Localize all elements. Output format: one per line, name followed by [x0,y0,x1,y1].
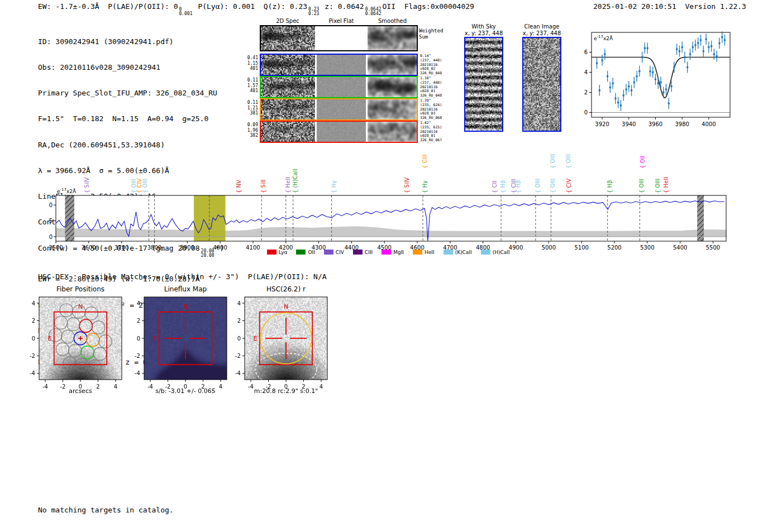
north-label: N [78,303,83,310]
data-point [601,59,603,61]
data-point [660,82,661,83]
line-label-oiii: { OIII [638,179,645,193]
hsc-r-overlay: NE-4-4-2-2002244 [226,293,346,399]
spectrum-legend: LyαOIICIVCIIIMgIIHeII(K)CaII(H)CaII [267,250,510,255]
data-point [679,50,680,52]
legend-swatch [413,250,422,255]
fiber-circle-gray [54,316,67,329]
tick-label: -2 [135,353,140,359]
data-point [649,70,651,72]
data-point [668,103,670,104]
with-sky-frame [464,37,503,132]
tick-label: 4100 [246,245,260,251]
legend-label: CIII [365,250,373,255]
legend-label: OII [308,250,314,255]
data-point [647,47,649,49]
detected-line-band [194,195,225,241]
tick-label: 5 [49,218,53,224]
tick-label: 3980 [675,121,689,127]
spec2d-row [260,54,418,76]
line-label-oiii: { OIII [142,179,148,193]
data-point [705,39,707,40]
fiber-positions-xlabel: arcsecs [34,387,127,395]
data-point [718,42,720,44]
tick-label: 0 [237,336,241,342]
tick-label: 5200 [607,245,621,251]
hsc-dex-line: HSC-DEX : Possible Matches = 0 (within +… [38,272,327,281]
fiber-circle-gray [93,347,106,360]
data-point [662,92,664,93]
tick-label: 0 [584,109,588,116]
data-point [623,94,624,96]
line-label-nv: { NV [236,180,242,193]
weighted-sum-label: Weighted Sum [419,28,458,40]
smoothed-image [368,55,417,75]
spec2d-image [261,77,315,97]
line-label-oiii: { OIII [535,179,541,193]
data-point [700,39,702,41]
stat-qz: Q(z): 0.23 [264,2,307,11]
tick-label: 5100 [574,245,588,251]
spec2d-image [261,55,315,75]
legend-swatch [353,250,363,255]
fiber-circle-red [79,319,92,332]
legend-swatch [296,250,306,255]
fiber-positions-title: Fiber Positions [39,285,122,293]
fiber-circle-gray [88,360,101,373]
line-fit-svg: 392039403960398040000246e-17x2Å [583,28,735,130]
legend-label: CIV [336,250,344,255]
spec2d-row [260,121,418,143]
line-label-hβ: { Hβ [515,180,521,193]
data-point [641,56,643,58]
pixelflat-image [317,55,366,75]
report-header: EW: -1.7±-0.3Å P(LAE)/P(OII): 000.001 P(… [38,2,474,16]
data-point [670,85,672,87]
data-point [614,98,616,99]
spec2d-row-annotation: 1.42"(235, 615)20210116v028_01326_RU_067 [420,121,460,143]
data-point [620,104,622,106]
tick-label: 3940 [622,121,636,127]
legend-label: (K)CaII [455,250,472,255]
tick-label: 4 [137,300,140,306]
data-point [713,54,715,55]
info-primary-spec: Primary Spec_Slot_IFU_AMP: 326_082_034_R… [38,89,224,97]
tick-label: 0 [137,336,140,342]
legend-label: MgII [393,250,404,255]
data-point [724,39,726,41]
legend-item: CIII [353,250,373,255]
smoothed-image [368,122,417,142]
data-point [604,54,605,55]
with-sky-title: With Sky x, y: 237, 448 [457,23,511,37]
data-point [628,85,630,87]
lineflux-map-xlabel: s/b: -3.01 +/- 0.065 [139,387,232,395]
legend-item: MgII [382,250,404,255]
tick-label: 2 [237,318,241,324]
spec2d-image [261,122,315,142]
line-label-oiii: { OIII [565,154,571,169]
legend-label: HeII [425,250,435,255]
tick-label: 3700 [115,245,128,251]
tick-label: 4000 [213,245,227,251]
tick-label: 5000 [542,245,556,251]
line-label-oii: { OII [640,156,646,169]
tick-label: 2 [137,318,140,324]
tick-label: 3920 [595,121,609,127]
spec2d-header-pixelflat: Pixel Flat [316,18,367,24]
spec2d-header-smoothed: Smoothed [367,18,418,24]
tick-label: 3600 [82,245,96,251]
spec2d-row-annotation: 1.38"(237, 448)20210116v028_01326_RU_048 [420,76,460,98]
spec2d-row [260,98,418,121]
tick-label: 10 [49,202,53,208]
fiber-positions-overlay: NE-4-4-2-2002244 [20,293,141,399]
tick-label: 2 [32,318,35,324]
report-version: Version 1.22.3 [685,2,746,11]
info-id: ID: 3090242941 (3090242941.pdf) [38,37,224,46]
hsc-r-xlabel: m:20.8 rc:2.9" s:0.1" [239,387,333,395]
stat-flags: Flags:0x00004029 [404,2,474,11]
lineflux-map-title: Lineflux Map [144,285,227,293]
spec2d-row-annotation: 0.14"(237, 448)20210116v028_02326_RU_048 [420,54,460,76]
footer-note: No matching targets in catalog. Row inte… [38,488,174,532]
fiber-circle-green [81,346,94,359]
tick-label: 4 [32,300,35,306]
smoothed-image [368,77,417,97]
